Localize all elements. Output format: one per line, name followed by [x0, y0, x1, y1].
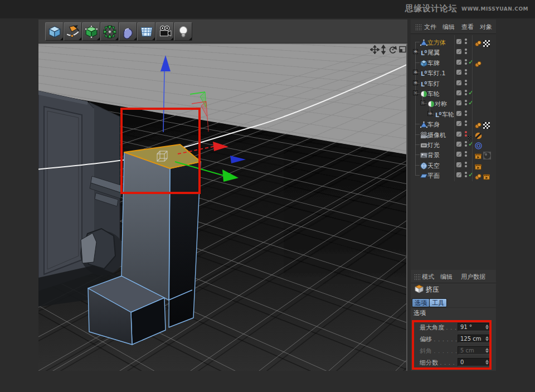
object-label[interactable]: 车轮	[427, 90, 440, 98]
editor-visibility-dot[interactable]	[465, 120, 467, 123]
layer-square[interactable]	[456, 100, 461, 105]
layer-square[interactable]	[456, 162, 461, 167]
editor-visibility-dot[interactable]	[465, 162, 467, 164]
editor-visibility-dot[interactable]	[465, 172, 467, 174]
object-manager-menu-3[interactable]: 查看	[461, 23, 474, 31]
tag-compositing[interactable]	[483, 172, 490, 182]
subdivision-surface-tool-button[interactable]	[82, 22, 100, 41]
tree-connector-line	[430, 106, 430, 114]
attribute-manager-menu-2[interactable]: 编辑	[440, 273, 453, 281]
panel-grid-icon[interactable]	[415, 24, 422, 30]
object-row-天空[interactable]: 天空	[411, 160, 496, 170]
object-label[interactable]: 灯光	[427, 141, 440, 149]
object-row-立方体[interactable]: 立方体	[411, 37, 496, 47]
tab-选项[interactable]: 选项	[412, 298, 430, 307]
layer-square[interactable]	[456, 152, 461, 157]
object-label[interactable]: 背景	[427, 151, 440, 159]
editor-visibility-dot[interactable]	[465, 38, 467, 41]
object-label[interactable]: 尾翼	[427, 49, 440, 57]
render-visibility-dot[interactable]	[465, 124, 467, 126]
render-visibility-dot[interactable]	[465, 72, 467, 75]
object-row-车灯[interactable]: +L0车灯	[411, 78, 496, 88]
editor-visibility-dot[interactable]	[465, 90, 467, 92]
enabled-checkmark[interactable]: ✓	[468, 140, 474, 148]
layer-square[interactable]	[456, 39, 461, 44]
object-label[interactable]: 车灯.1	[427, 69, 446, 78]
object-label[interactable]: 车牌	[427, 59, 440, 67]
tab-工具[interactable]: 工具	[429, 298, 447, 307]
layer-square[interactable]	[456, 80, 461, 85]
render-visibility-dot[interactable]	[465, 165, 467, 167]
camera-tool-button[interactable]	[155, 22, 174, 41]
light-tool-button[interactable]	[174, 22, 192, 41]
object-label[interactable]: 天空	[427, 162, 440, 170]
render-visibility-dot[interactable]	[465, 144, 467, 147]
editor-visibility-dot[interactable]	[465, 49, 467, 51]
viewport-3d[interactable]	[38, 43, 407, 371]
object-label[interactable]: 平面	[427, 172, 440, 180]
editor-visibility-dot[interactable]	[465, 151, 467, 153]
enabled-checkmark[interactable]: ✓	[468, 58, 474, 66]
render-visibility-dot[interactable]	[465, 154, 467, 157]
add-cube-tool-button[interactable]	[45, 22, 64, 41]
object-manager-menu-1[interactable]: 文件	[424, 23, 436, 31]
render-visibility-dot[interactable]	[465, 52, 467, 54]
viewport-right-border	[406, 43, 407, 371]
layer-square[interactable]	[456, 70, 461, 75]
render-visibility-dot[interactable]	[465, 134, 467, 137]
editor-visibility-dot[interactable]	[465, 141, 467, 143]
object-label[interactable]: 对称	[435, 100, 447, 108]
editor-visibility-dot[interactable]	[465, 59, 467, 61]
object-row-车轮[interactable]: +L0车轮	[411, 109, 496, 119]
enabled-checkmark[interactable]: ✓	[468, 99, 474, 107]
enabled-checkmark[interactable]: ✓	[468, 171, 474, 178]
layer-square[interactable]	[456, 132, 461, 137]
layer-square[interactable]	[456, 121, 461, 126]
spline-pen-tool-button[interactable]	[64, 22, 82, 41]
render-visibility-dot[interactable]	[465, 42, 467, 44]
render-visibility-dot[interactable]	[465, 93, 467, 95]
object-row-车牌[interactable]: 车牌✓	[411, 57, 496, 67]
editor-visibility-dot[interactable]	[465, 110, 467, 113]
object-row-车轮[interactable]: -车轮✓	[411, 88, 496, 98]
render-visibility-dot[interactable]	[465, 175, 467, 177]
object-row-平面[interactable]: 平面✓	[411, 170, 496, 180]
object-label[interactable]: 车灯	[427, 80, 440, 88]
array-tool-button[interactable]	[100, 22, 119, 41]
attribute-manager-menu-1[interactable]: 模式	[422, 273, 434, 281]
layer-square[interactable]	[456, 172, 461, 177]
floor-tool-button[interactable]	[137, 22, 155, 41]
tree-connector-line	[415, 154, 420, 155]
layer-square[interactable]	[456, 49, 461, 54]
editor-visibility-dot[interactable]	[465, 69, 467, 71]
object-row-尾翼[interactable]: +L0尾翼	[411, 47, 496, 57]
object-row-背景[interactable]: 背景	[411, 149, 496, 159]
object-label[interactable]: 摄像机	[427, 131, 446, 139]
metaball-tool-button[interactable]	[119, 22, 137, 41]
render-visibility-dot[interactable]	[465, 103, 467, 105]
object-manager-menu-4[interactable]: 对象	[480, 23, 492, 31]
layer-square[interactable]	[456, 60, 461, 65]
editor-visibility-dot[interactable]	[465, 131, 467, 133]
object-row-灯光[interactable]: 灯光✓	[411, 139, 496, 149]
render-visibility-dot[interactable]	[465, 83, 467, 85]
layer-square[interactable]	[456, 142, 461, 147]
render-visibility-dot[interactable]	[465, 62, 467, 65]
object-row-车灯.1[interactable]: +L0车灯.1	[411, 67, 496, 78]
object-label[interactable]: 车轮	[442, 110, 454, 119]
layer-square[interactable]	[456, 90, 461, 95]
panel-grid-icon[interactable]	[414, 274, 421, 280]
enabled-checkmark[interactable]: ✓	[468, 89, 474, 96]
object-row-摄像机[interactable]: 摄像机	[411, 129, 496, 139]
object-manager-menu-2[interactable]: 编辑	[442, 23, 455, 31]
object-label[interactable]: 立方体	[427, 38, 446, 47]
tag-phong[interactable]	[475, 172, 481, 182]
tree-connector-line	[415, 72, 420, 73]
layer-square[interactable]	[456, 111, 461, 116]
object-label[interactable]: 车身	[427, 120, 440, 129]
editor-visibility-dot[interactable]	[465, 100, 467, 102]
attribute-manager-menu-3[interactable]: 用户数据	[461, 273, 485, 281]
editor-visibility-dot[interactable]	[465, 80, 467, 82]
render-visibility-dot[interactable]	[465, 114, 467, 116]
object-row-车身[interactable]: 车身	[411, 119, 496, 129]
